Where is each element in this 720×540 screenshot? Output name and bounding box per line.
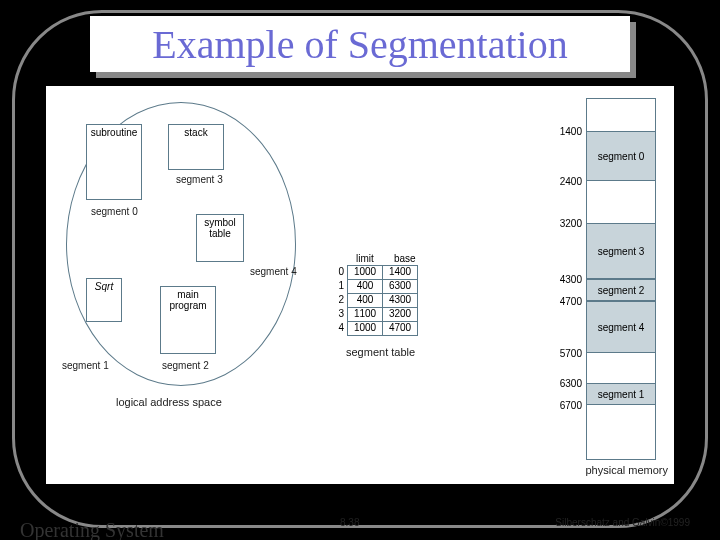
row-index: 2 [334,294,348,308]
symbol-table-box: symbol table [196,214,244,262]
physical-memory: segment 0 segment 3 segment 2 segment 4 … [586,98,656,460]
addr-5700: 5700 [560,348,582,359]
diagram-area: subroutine segment 0 stack segment 3 sym… [46,86,674,484]
footer-copyright: Silberschatz and Galvin©1999 [555,517,690,528]
table-row: 3 1100 3200 [334,308,418,322]
addr-1400: 1400 [560,126,582,137]
row-index: 3 [334,308,348,322]
row-limit: 400 [347,293,383,308]
addr-3200: 3200 [560,218,582,229]
segment1-label: segment 1 [62,360,109,371]
addr-6300: 6300 [560,378,582,389]
table-row: 0 1000 1400 [334,266,418,280]
row-limit: 400 [347,279,383,294]
table-row: 4 1000 4700 [334,322,418,336]
row-limit: 1100 [347,307,383,322]
row-limit: 1000 [347,321,383,336]
logical-address-space-caption: logical address space [116,396,222,408]
row-base: 1400 [382,265,418,280]
pm-segment1: segment 1 [587,383,655,405]
physical-memory-caption: physical memory [585,464,668,476]
footer-left: Operating System [20,519,164,540]
pm-segment4: segment 4 [587,301,655,353]
row-base: 4700 [382,321,418,336]
table-row: 1 400 6300 [334,280,418,294]
addr-4700: 4700 [560,296,582,307]
stack-box: stack [168,124,224,170]
row-index: 4 [334,322,348,336]
table-row: 2 400 4300 [334,294,418,308]
row-limit: 1000 [347,265,383,280]
sqrt-box: Sqrt [86,278,122,322]
segment3-label: segment 3 [176,174,223,185]
segment2-label: segment 2 [162,360,209,371]
pm-segment0: segment 0 [587,131,655,181]
main-program-box: main program [160,286,216,354]
row-base: 6300 [382,279,418,294]
addr-4300: 4300 [560,274,582,285]
segment-table-header-base: base [394,253,416,264]
slide-title: Example of Segmentation [152,21,567,68]
row-index: 0 [334,266,348,280]
subroutine-box: subroutine [86,124,142,200]
row-base: 3200 [382,307,418,322]
pm-segment3: segment 3 [587,223,655,279]
addr-2400: 2400 [560,176,582,187]
segment4-label: segment 4 [250,266,297,277]
addr-6700: 6700 [560,400,582,411]
title-box: Example of Segmentation [90,16,630,72]
row-base: 4300 [382,293,418,308]
row-index: 1 [334,280,348,294]
pm-segment2: segment 2 [587,279,655,301]
segment-table-caption: segment table [346,346,415,358]
segment-table-header-limit: limit [356,253,374,264]
footer-page-number: 8.38 [340,517,359,528]
segment0-label: segment 0 [91,206,138,217]
